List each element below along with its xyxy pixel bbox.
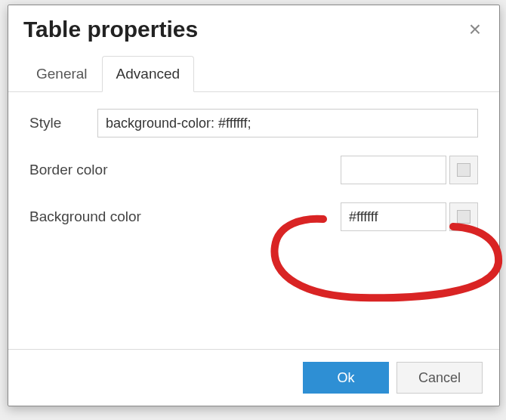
ok-button[interactable]: Ok [303, 362, 389, 394]
border-color-picker-button[interactable] [449, 156, 478, 184]
border-color-input[interactable] [341, 156, 446, 184]
border-color-label: Border color [29, 162, 180, 178]
background-color-row: Background color [29, 202, 478, 231]
tabs: General Advanced [8, 55, 499, 92]
background-color-picker-button[interactable] [449, 202, 478, 231]
dialog-title: Table properties [23, 17, 466, 42]
tab-general[interactable]: General [22, 56, 102, 92]
dialog-header: Table properties × [8, 5, 499, 51]
cancel-button[interactable]: Cancel [396, 362, 483, 394]
background-color-input[interactable] [341, 202, 446, 231]
dialog-body: Style Border color Background color [8, 92, 499, 349]
background-color-label: Background color [29, 208, 180, 225]
table-properties-dialog: Table properties × General Advanced Styl… [8, 5, 500, 406]
style-label: Style [29, 115, 97, 131]
border-color-swatch-icon [457, 163, 471, 177]
tab-advanced[interactable]: Advanced [102, 56, 195, 92]
close-icon[interactable]: × [466, 16, 484, 43]
style-row: Style [29, 109, 478, 137]
style-input[interactable] [97, 109, 478, 137]
border-color-row: Border color [29, 156, 478, 184]
dialog-footer: Ok Cancel [8, 349, 499, 406]
background-color-swatch-icon [457, 210, 471, 224]
